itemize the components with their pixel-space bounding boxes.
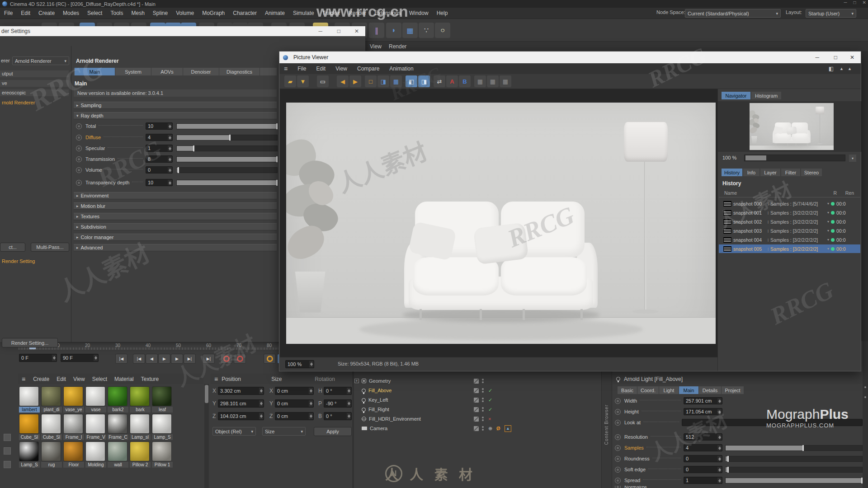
tab-history[interactable]: History xyxy=(722,169,742,176)
position-z-field[interactable]: 104.023 cm xyxy=(218,412,264,420)
autokey-button[interactable] xyxy=(264,354,276,364)
minimize-button[interactable]: ─ xyxy=(844,0,847,5)
hamburger-icon[interactable]: ≡ xyxy=(279,65,292,72)
object-name[interactable]: Fill_Right xyxy=(368,407,389,412)
stepper-icon[interactable] xyxy=(347,413,351,419)
spread-field[interactable]: 1 xyxy=(684,477,722,484)
object-row-fill-above[interactable]: Fill_Above ✓ xyxy=(354,386,517,395)
material-item[interactable]: Pillow 1 xyxy=(152,441,173,468)
enabled-check-icon[interactable]: ✓ xyxy=(488,388,492,394)
material-ball[interactable] xyxy=(152,441,172,461)
section-motion-blur[interactable]: ▸Motion blur xyxy=(74,202,277,210)
material-ball[interactable] xyxy=(130,386,150,406)
editor-render-dots[interactable] xyxy=(482,379,484,383)
width-field[interactable]: 257.901 cm xyxy=(684,397,722,404)
param-enable-icon[interactable] xyxy=(615,467,621,473)
material-item[interactable]: leaf xyxy=(152,386,173,413)
history-row-selected[interactable]: snapshot 005| Samples : [3/2/2/2/2/2]▾ 0… xyxy=(719,244,860,253)
samples-slider[interactable] xyxy=(725,445,863,451)
material-ball[interactable] xyxy=(19,414,39,434)
rotation-b-field[interactable]: 0 ° xyxy=(324,412,352,420)
material-item[interactable]: bark xyxy=(130,386,151,413)
pv-menu-edit[interactable]: Edit xyxy=(312,66,330,72)
section-subdivision[interactable]: ▸Subdivision xyxy=(74,223,277,230)
stepper-icon[interactable] xyxy=(717,456,722,461)
section-sampling[interactable]: ▸Sampling xyxy=(74,102,277,109)
node-space-select[interactable]: Current (Standard/Physical)▾ xyxy=(685,9,781,18)
param-enable-icon[interactable] xyxy=(615,478,621,483)
tab-navigator[interactable]: Navigator xyxy=(722,92,750,99)
section-advanced[interactable]: ▸Advanced xyxy=(74,244,277,251)
image-icon[interactable]: ▭ xyxy=(317,75,329,87)
visibility-toggle-icon[interactable] xyxy=(474,388,479,393)
visibility-toggle-icon[interactable] xyxy=(474,398,479,403)
material-menu-select[interactable]: Select xyxy=(89,376,110,382)
coord-mode-select[interactable]: Object (Rel)▾ xyxy=(212,427,256,436)
section-color-manager[interactable]: ▸Color manager xyxy=(74,234,277,241)
soft-edge-slider[interactable] xyxy=(725,467,863,473)
material-item[interactable]: Cube_Sl xyxy=(41,414,62,440)
tab-layer[interactable]: Layer xyxy=(760,169,780,176)
panel-dot-icon[interactable] xyxy=(864,386,866,388)
no-tag-icon[interactable]: Ø xyxy=(496,426,500,431)
material-item[interactable]: Cube_Sl xyxy=(19,414,40,440)
material-ball[interactable] xyxy=(63,414,83,434)
tab-denoiser[interactable]: Denoiser xyxy=(183,68,219,75)
material-item[interactable]: wall xyxy=(108,441,128,468)
compare-horizontal-icon[interactable]: ◧ xyxy=(406,75,417,87)
rs-maximize-icon[interactable]: □ xyxy=(337,28,340,34)
param-enable-icon[interactable] xyxy=(76,167,82,173)
param-enable-icon[interactable] xyxy=(615,445,621,451)
record-position-button[interactable] xyxy=(220,354,232,364)
stepper-icon[interactable] xyxy=(717,398,722,404)
tab-filter[interactable]: Filter xyxy=(781,169,800,176)
history-row[interactable]: snapshot 004| Samples : [3/2/2/2/2/2]▾ 0… xyxy=(719,235,860,244)
menu-spline[interactable]: Spline xyxy=(149,8,172,19)
rotation-p-field[interactable]: -90 ° xyxy=(324,399,352,408)
rs-minimize-icon[interactable]: ─ xyxy=(318,28,322,34)
param-slider[interactable] xyxy=(176,180,278,186)
stepper-icon[interactable] xyxy=(168,135,172,140)
nav-prev-image-icon[interactable]: ◀ xyxy=(337,75,349,87)
workplane-icon[interactable]: ◗ xyxy=(386,23,401,38)
camera-tag-icon[interactable]: ▲ xyxy=(505,425,511,432)
material-item[interactable]: Frame_V xyxy=(85,414,106,440)
position-x-field[interactable]: 3.302 cm xyxy=(218,387,264,395)
stepper-icon[interactable] xyxy=(168,167,172,173)
stepper-icon[interactable] xyxy=(347,388,351,394)
object-name[interactable]: Fill_HDRI_Environment xyxy=(369,416,421,422)
menu-render[interactable]: Render xyxy=(344,8,370,19)
param-slider[interactable] xyxy=(176,145,278,151)
material-item[interactable]: Molding xyxy=(85,441,106,468)
viewport-menu-render[interactable]: Render xyxy=(389,43,406,50)
menu-extensions[interactable]: Extensions xyxy=(370,8,405,19)
param-enable-icon[interactable] xyxy=(615,434,621,440)
pv-close-icon[interactable]: ✕ xyxy=(850,54,854,61)
menu-window[interactable]: Window xyxy=(405,8,433,19)
material-item[interactable]: Lamp_sl xyxy=(130,414,151,440)
picture-viewer-canvas[interactable] xyxy=(280,89,718,358)
rendered-image[interactable] xyxy=(286,103,716,344)
material-item[interactable]: Floor xyxy=(63,441,84,468)
visibility-toggle-icon[interactable] xyxy=(474,379,479,384)
menu-edit[interactable]: Edit xyxy=(17,8,34,19)
navigator-thumbnail[interactable] xyxy=(750,103,834,150)
layout-select[interactable]: Startup (User)▾ xyxy=(806,9,856,18)
swap-ab-icon[interactable]: ⇄ xyxy=(434,75,445,87)
material-ball[interactable] xyxy=(63,386,83,406)
stepper-icon[interactable] xyxy=(717,434,722,440)
sidebar-item-output[interactable]: utput xyxy=(0,70,69,77)
material-ball[interactable] xyxy=(108,414,127,434)
render-setting-link[interactable]: Render Setting xyxy=(2,258,35,264)
next-frame-button[interactable]: ▶ xyxy=(171,354,183,364)
layout-single-icon[interactable]: □ xyxy=(365,75,377,87)
param-value-field[interactable]: 10 xyxy=(146,122,173,130)
stepper-icon[interactable] xyxy=(168,180,172,185)
visibility-toggle-icon[interactable] xyxy=(474,407,479,412)
material-item[interactable]: bark2 xyxy=(108,386,128,413)
renderer-select[interactable]: Arnold Renderer▾ xyxy=(12,56,69,65)
object-row-fill-hdri-environment[interactable]: Fill_HDRI_Environment × xyxy=(354,414,517,423)
object-name[interactable]: Geometry xyxy=(369,378,391,384)
menu-animate[interactable]: Animate xyxy=(261,8,289,19)
menu-volume[interactable]: Volume xyxy=(172,8,198,19)
